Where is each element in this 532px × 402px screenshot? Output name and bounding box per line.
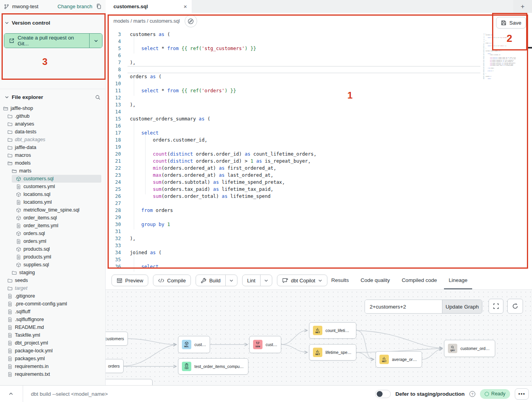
code-line-20[interactable]: 20 count(distinct orders.order_id) as co… [106,151,532,158]
tree-item-products.sql[interactable]: products.sql [0,245,105,253]
change-branch-link[interactable]: Change branch [58,4,92,9]
code-line-8[interactable]: 8 [106,66,532,73]
tree-item-order_items.sql[interactable]: order_items.sql [0,214,105,222]
version-control-header[interactable]: Version control [0,17,105,29]
minimap[interactable]: 2(3customers as (45 select * from {{ ref… [482,33,516,84]
tree-item-customers.yml[interactable]: customers.yml [0,183,105,190]
code-line-4[interactable]: 4 [106,38,532,45]
code-line-30[interactable]: 30 group by 1 [106,221,532,228]
search-icon[interactable] [95,95,101,100]
more-options-button[interactable]: ••• [515,388,529,400]
code-line-22[interactable]: 22 min(orders.ordered_at) as first_order… [106,165,532,172]
preview-button[interactable]: Preview [111,275,148,286]
new-tab-button[interactable]: + [521,3,525,11]
tree-item-staging[interactable]: staging [0,269,105,276]
chevron-up-icon[interactable] [9,391,13,396]
code-line-9[interactable]: 9orders as ( [106,73,532,80]
tree-item-jaffle-shop[interactable]: jaffle-shop [0,104,105,112]
build-button[interactable]: Build [196,275,237,286]
compile-button[interactable]: Compile [153,275,191,286]
tree-item-packages.yml[interactable]: packages.yml [0,355,105,363]
tree-item-jaffle-data[interactable]: jaffle-data [0,144,105,151]
code-line-16[interactable]: 16 [106,122,532,129]
code-line-6[interactable]: 6 [106,52,532,59]
lineage-node-customers-semantic[interactable]: SEMcustomers [249,336,281,353]
tab-results[interactable]: Results [327,272,354,289]
create-pull-request-caret[interactable] [89,34,102,48]
tree-item-target[interactable]: target [0,284,105,292]
lineage-node-customers-model[interactable]: MDLcustomers [178,336,210,353]
lineage-node-average-order-value[interactable]: METaverage_order_value [376,351,422,368]
tree-item-package-lock.yml[interactable]: package-lock.yml [0,347,105,355]
tree-item-customers.sql[interactable]: customers.sql [12,175,101,183]
code-line-15[interactable]: 15customer_orders_summary as ( [106,115,532,122]
command-input[interactable] [31,391,219,397]
lineage-panel[interactable]: Update Graph stg_customersordersMDLcusto… [106,289,532,385]
file-explorer-header[interactable]: File explorer [0,89,105,103]
code-area[interactable]: 2(3customers as (45 select * from {{ ref… [106,29,532,272]
tree-item-requirements.txt[interactable]: requirements.txt [0,370,105,378]
tree-item-seeds[interactable]: seeds [0,276,105,284]
tree-item-metricflow_time_spine.sql[interactable]: metricflow_time_spine.sql [0,206,105,214]
code-line-26[interactable]: 26 sum(orders.order_total) as lifetime_s… [106,193,532,200]
tree-item-.sqlfluff[interactable]: .sqlfluff [0,308,105,316]
tree-item-order_items.yml[interactable]: order_items.yml [0,222,105,230]
tree-item-locations.sql[interactable]: locations.sql [0,190,105,198]
tree-item-.sqlfluffignore[interactable]: .sqlfluffignore [0,316,105,323]
code-line-34[interactable]: 34joined as ( [106,249,532,256]
lineage-node-lifetime-spend-pretax[interactable]: METlifetime_spend_pretax [309,344,356,361]
defer-toggle[interactable] [375,390,391,398]
update-graph-button[interactable]: Update Graph [442,300,482,313]
code-line-25[interactable]: 25 sum(orders.tax_paid) as lifetime_tax_… [106,186,532,193]
lineage-node-customer-order-metrics[interactable]: QRYcustomer_order_metrics [444,340,495,357]
tree-item-requirements.in[interactable]: requirements.in [0,363,105,370]
code-line-10[interactable]: 10 [106,80,532,87]
tree-item-orders.sql[interactable]: orders.sql [0,230,105,237]
refresh-button[interactable] [507,299,523,314]
code-line-3[interactable]: 3customers as ( [106,31,532,38]
lint-caret[interactable] [260,275,272,286]
copy-icon[interactable] [96,4,102,9]
tab-customers-sql[interactable]: customers.sql × [106,0,192,13]
tab-lineage[interactable]: Lineage [444,272,472,289]
tree-item-marts[interactable]: marts [0,167,105,175]
code-line-29[interactable]: 29 [106,214,532,221]
code-line-27[interactable]: 27 [106,200,532,207]
lineage-node-stg-customers[interactable]: stg_customers [106,332,128,346]
tree-item-supplies.sql[interactable]: supplies.sql [0,261,105,269]
tab-code-quality[interactable]: Code quality [356,272,395,289]
code-line-31[interactable]: 31 [106,228,532,235]
tree-item-dbt_packages[interactable]: dbt_packages [0,136,105,144]
build-caret[interactable] [225,275,237,286]
tree-item-macros[interactable]: macros [0,151,105,159]
tree-item-Taskfile.yml[interactable]: Taskfile.yml [0,331,105,339]
code-line-21[interactable]: 21 count(distinct orders.order_id) > 1 a… [106,158,532,165]
code-line-24[interactable]: 24 sum(orders.subtotal) as lifetime_spen… [106,179,532,186]
code-line-7[interactable]: 7), [106,59,532,66]
code-line-19[interactable]: 19 [106,144,532,151]
tree-item-orders.yml[interactable]: orders.yml [0,237,105,245]
code-line-12[interactable]: 12 [106,94,532,101]
tree-item-dbt_project.yml[interactable]: dbt_project.yml [0,339,105,347]
code-line-32[interactable]: 32), [106,235,532,242]
lineage-node-partial-node[interactable] [106,379,153,385]
code-line-33[interactable]: 33 [106,242,532,249]
code-lines[interactable]: 2(3customers as (45 select * from {{ ref… [106,29,532,270]
lineage-node-orders[interactable]: orders [106,359,124,373]
tree-item-.github[interactable]: .github [0,112,105,120]
code-line-36[interactable]: 36 select [106,263,532,270]
code-line-35[interactable]: 35 [106,256,532,263]
code-line-14[interactable]: 14 [106,108,532,115]
lineage-selector-input[interactable] [365,300,442,313]
tree-item-products.yml[interactable]: products.yml [0,253,105,261]
tree-item-analyses[interactable]: analyses [0,120,105,128]
create-pull-request-button[interactable]: Create a pull request on Git... [4,33,102,48]
tree-item-models[interactable]: models [0,159,105,167]
create-pull-request-main[interactable]: Create a pull request on Git... [4,34,89,48]
lineage-node-test-order-items[interactable]: TSTtest_order_items_compute_to_bools... [178,358,248,375]
code-line-23[interactable]: 23 max(orders.ordered_at) as last_ordere… [106,172,532,179]
tree-item-README.md[interactable]: README.md [0,323,105,331]
code-line-5[interactable]: 5 select * from {{ ref('stg_customers') … [106,45,532,52]
help-icon[interactable]: ? [469,391,475,397]
code-line-11[interactable]: 11 select * from {{ ref('orders') }} [106,87,532,94]
